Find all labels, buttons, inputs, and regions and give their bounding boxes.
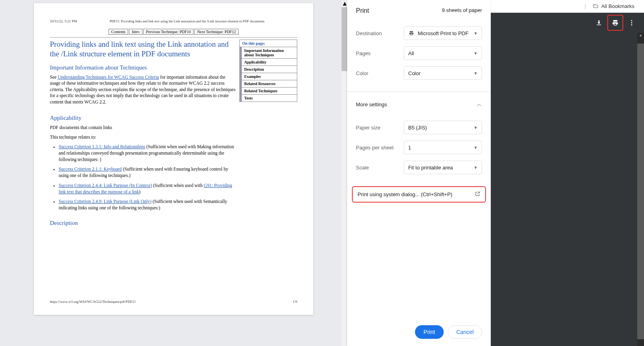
download-icon — [595, 19, 603, 26]
otp-item: Examples — [240, 73, 297, 80]
preview-scrollbar[interactable]: ▲ — [342, 0, 347, 346]
pps-select[interactable]: 1 ▼ — [404, 141, 482, 154]
paper-label: Paper size — [356, 125, 404, 131]
download-button[interactable] — [592, 16, 606, 30]
pdf-viewer-dark-body — [490, 33, 644, 346]
link-sc249: Success Criterion 2.4.9: Link Purpose (L… — [59, 199, 152, 204]
print-button-highlight — [607, 15, 623, 31]
scroll-thumb[interactable] — [637, 44, 644, 339]
page-header: 10/31/22, 5:21 PM PDF11: Providing links… — [50, 19, 297, 23]
all-bookmarks-button[interactable]: All Bookmarks — [589, 2, 638, 11]
h2-important: Important Information about Techniques — [50, 64, 236, 71]
otp-item: Related Techniques — [240, 87, 297, 95]
paper-select[interactable]: B5 (JIS) ▼ — [404, 121, 482, 134]
criteria-list: Success Criterion 1.3.1: Info and Relati… — [59, 143, 236, 211]
chevron-down-icon: ▼ — [474, 51, 478, 56]
folder-icon — [593, 4, 599, 9]
print-icon — [612, 19, 619, 26]
header-title: PDF11: Providing links and link text usi… — [77, 19, 297, 23]
chevron-up-icon: ︿ — [477, 101, 482, 108]
pps-value: 1 — [408, 145, 411, 151]
h2-applicability: Applicability — [50, 115, 236, 121]
color-value: Color — [408, 70, 421, 76]
chevron-down-icon: ▼ — [474, 125, 478, 130]
external-link-icon — [475, 191, 480, 198]
footer-url: https://www.w3.org/WAI/WCAG22/Techniques… — [50, 300, 136, 304]
list-item: Success Criterion 1.3.1: Info and Relati… — [59, 143, 236, 163]
preview-page: 10/31/22, 5:21 PM PDF11: Providing links… — [34, 3, 313, 315]
color-label: Color — [356, 70, 404, 76]
nav-next: Next Technique: PDF12 — [194, 29, 239, 35]
chevron-down-icon: ▼ — [474, 145, 478, 150]
otp-item: Applicability — [240, 59, 297, 66]
kebab-icon — [628, 19, 635, 26]
nav-intro: Intro — [129, 29, 142, 35]
chevron-down-icon: ▼ — [474, 71, 478, 76]
paper-value: B5 (JIS) — [408, 125, 427, 131]
doc-h1: Providing links and link text using the … — [50, 40, 236, 59]
link-sc244: Success Criterion 2.4.4: Link Purpose (I… — [59, 183, 152, 188]
otp-item: Important Information about Techniques — [240, 47, 297, 59]
more-settings-label: More settings — [356, 101, 387, 107]
footer-page: 1/9 — [292, 300, 297, 304]
destination-value: Microsoft Print to PDF — [418, 30, 468, 36]
pdf-viewer-toolbar — [490, 13, 644, 33]
chevron-down-icon: ▼ — [474, 31, 478, 36]
print-title: Print — [356, 7, 369, 14]
list-item: Success Criterion 2.4.9: Link Purpose (L… — [59, 198, 236, 211]
list-item: Success Criterion 2.1.1: Keyboard (Suffi… — [59, 166, 236, 179]
destination-select[interactable]: Microsoft Print to PDF ▼ — [404, 26, 482, 40]
pages-label: Pages — [356, 50, 404, 56]
nav-prev: Previous Technique: PDF10 — [143, 29, 194, 35]
h2-description: Description — [50, 220, 236, 227]
system-dialog-link[interactable]: Print using system dialog... (Ctrl+Shift… — [352, 186, 486, 203]
otp-item: Description — [240, 66, 297, 73]
cancel-button[interactable]: Cancel — [448, 325, 482, 339]
svg-point-0 — [631, 20, 632, 21]
printer-icon — [408, 30, 415, 36]
color-select[interactable]: Color ▼ — [404, 66, 482, 80]
scale-label: Scale — [356, 165, 404, 171]
pps-label: Pages per sheet — [356, 145, 404, 151]
scroll-thumb[interactable] — [342, 7, 347, 71]
otp-item: Related Resources — [240, 80, 297, 87]
doc-nav: Contents Intro Previous Technique: PDF10… — [50, 29, 297, 35]
more-menu-button[interactable] — [625, 16, 638, 30]
print-dialog: Print 9 sheets of paper Destination Micr… — [347, 0, 491, 346]
list-item: Success Criterion 2.4.4: Link Purpose (I… — [59, 182, 236, 195]
link-sc211: Success Criterion 2.1.1: Keyboard — [59, 167, 122, 171]
header-date: 10/31/22, 5:21 PM — [50, 19, 77, 23]
window-scrollbar[interactable]: ▴ — [637, 33, 644, 346]
print-toolbar-button[interactable] — [608, 16, 622, 30]
sheets-count: 9 sheets of paper — [442, 7, 482, 14]
more-settings-toggle[interactable]: More settings ︿ — [347, 96, 491, 113]
otp-item: Tests — [240, 95, 297, 101]
chevron-down-icon: ▼ — [474, 165, 478, 170]
svg-point-2 — [631, 24, 632, 26]
link-sc131: Success Criterion 1.3.1: Info and Relati… — [59, 144, 145, 149]
scale-value: Fit to printable area — [408, 165, 453, 171]
print-preview-pane: 10/31/22, 5:21 PM PDF11: Providing links… — [0, 0, 347, 346]
nav-contents: Contents — [109, 29, 128, 35]
on-this-page-box: On this page: Important Information abou… — [239, 40, 297, 102]
p-pdf: PDF documents that contain links — [50, 125, 236, 131]
system-dialog-text: Print using system dialog... (Ctrl+Shift… — [358, 191, 452, 197]
otp-header: On this page: — [240, 40, 297, 47]
bookmarks-label: All Bookmarks — [601, 3, 634, 9]
pages-select[interactable]: All ▼ — [404, 46, 482, 60]
pages-value: All — [408, 50, 414, 56]
p-relates: This technique relates to: — [50, 134, 236, 141]
link-understanding: Understanding Techniques for WCAG Succes… — [57, 75, 159, 80]
bookmarks-bar: | All Bookmarks — [490, 0, 644, 13]
p-see: See Understanding Techniques for WCAG Su… — [50, 74, 236, 105]
svg-point-1 — [631, 22, 632, 24]
page-footer: https://www.w3.org/WAI/WCAG22/Techniques… — [50, 300, 297, 304]
print-button[interactable]: Print — [415, 325, 444, 339]
destination-label: Destination — [356, 30, 404, 36]
scale-select[interactable]: Fit to printable area ▼ — [404, 161, 482, 174]
